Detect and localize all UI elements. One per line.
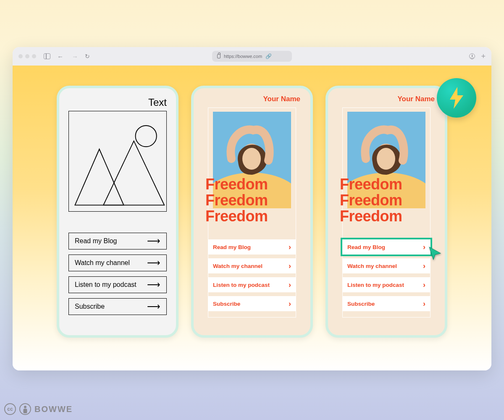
cc-icon: cc [4, 403, 16, 415]
chevron-right-icon: › [423, 262, 425, 270]
styled-btn-listen-podcast[interactable]: Listen to my podcast › [342, 277, 430, 292]
forward-icon[interactable]: → [70, 53, 80, 60]
chevron-right-icon: › [289, 281, 291, 289]
styled-btn-label: Watch my channel [213, 263, 262, 269]
lock-icon [217, 54, 220, 58]
attribution-icon [19, 403, 31, 415]
reload-icon[interactable]: ↻ [85, 53, 90, 60]
headline-word: Freedom [205, 176, 306, 192]
headline-word: Freedom [340, 208, 441, 224]
back-icon[interactable]: ← [55, 53, 65, 60]
headline-block: Freedom Freedom Freedom [205, 176, 306, 224]
browser-toolbar: ← → ↻ https://bowwe.com 🔗 + [13, 47, 491, 66]
styled-btn-label: Read my Blog [213, 244, 251, 250]
headline-block: Freedom Freedom Freedom [340, 176, 441, 224]
styled-btn-label: Watch my channel [347, 263, 397, 269]
wf-btn-watch-channel[interactable]: Watch my channel ⟶ [68, 255, 167, 271]
close-dot[interactable] [18, 54, 23, 58]
styled-btn-listen-podcast[interactable]: Listen to my podcast › [208, 277, 296, 292]
new-tab-icon[interactable]: + [481, 53, 486, 59]
styled-btn-watch-channel[interactable]: Watch my channel › [342, 258, 430, 273]
image-placeholder [68, 111, 167, 212]
wf-btn-subscribe[interactable]: Subscribe ⟶ [68, 298, 167, 315]
headline-word: Freedom [205, 192, 306, 208]
chevron-right-icon: › [423, 281, 425, 289]
styled-btn-subscribe[interactable]: Subscribe › [342, 296, 430, 311]
maximize-dot[interactable] [32, 54, 36, 58]
window-controls[interactable] [18, 54, 36, 58]
chevron-right-icon: › [423, 299, 425, 308]
sidebar-toggle-icon[interactable] [44, 53, 50, 59]
styled-card: Your Name Freedom Freedom [191, 86, 313, 338]
wf-btn-label: Read my Blog [75, 237, 117, 245]
styled-card-active: Your Name Freedom Freedom [326, 86, 447, 338]
cursor-icon [428, 246, 442, 260]
chevron-right-icon: › [289, 299, 291, 308]
footer-watermark: cc BOWWE [4, 403, 73, 415]
styled-buttons: Read my Blog › Watch my channel › Listen… [208, 239, 296, 311]
link-icon: 🔗 [265, 53, 272, 59]
styled-btn-watch-channel[interactable]: Watch my channel › [208, 258, 296, 273]
styled-btn-label: Read my Blog [347, 244, 385, 250]
wf-btn-listen-podcast[interactable]: Listen to my podcast ⟶ [68, 276, 167, 293]
chevron-right-icon: › [289, 243, 291, 252]
wf-btn-read-blog[interactable]: Read my Blog ⟶ [68, 233, 167, 249]
arrow-right-icon: ⟶ [147, 279, 160, 290]
svg-point-8 [377, 148, 395, 170]
styled-buttons: Read my Blog › Watch my channel › Listen… [342, 239, 430, 311]
wf-btn-label: Listen to my podcast [75, 281, 136, 289]
url-text: https://bowwe.com [224, 54, 262, 59]
styled-btn-label: Listen to my podcast [347, 282, 404, 288]
wireframe-card: Text Read my Blog ⟶ Watch my channel [57, 86, 178, 338]
chevron-right-icon: › [423, 243, 425, 252]
brand-text: BOWWE [34, 404, 73, 414]
wf-btn-label: Subscribe [75, 303, 105, 310]
styled-btn-subscribe[interactable]: Subscribe › [208, 296, 296, 311]
lightning-icon [448, 87, 465, 109]
profile-name-label: Your Name [398, 95, 435, 103]
page-canvas: Text Read my Blog ⟶ Watch my channel [13, 66, 491, 370]
card-row: Text Read my Blog ⟶ Watch my channel [13, 86, 491, 338]
lightning-badge [437, 78, 476, 118]
svg-point-0 [136, 126, 157, 147]
wireframe-heading: Text [68, 97, 167, 108]
address-bar[interactable]: https://bowwe.com 🔗 [212, 51, 292, 62]
browser-window: ← → ↻ https://bowwe.com 🔗 + Text [13, 47, 491, 370]
styled-btn-read-blog[interactable]: Read my Blog › [342, 239, 430, 255]
headline-word: Freedom [205, 208, 306, 224]
chevron-right-icon: › [289, 262, 291, 270]
download-icon[interactable] [469, 53, 475, 59]
arrow-right-icon: ⟶ [147, 236, 160, 247]
styled-btn-label: Subscribe [213, 301, 240, 307]
profile-name-label: Your Name [263, 95, 301, 103]
wireframe-buttons: Read my Blog ⟶ Watch my channel ⟶ Listen… [68, 233, 167, 315]
headline-word: Freedom [340, 192, 441, 208]
arrow-right-icon: ⟶ [147, 257, 160, 268]
svg-point-4 [242, 148, 261, 170]
styled-btn-label: Listen to my podcast [213, 282, 270, 288]
headline-word: Freedom [340, 176, 441, 192]
minimize-dot[interactable] [25, 54, 29, 58]
styled-btn-read-blog[interactable]: Read my Blog › [208, 239, 296, 255]
wf-btn-label: Watch my channel [75, 259, 130, 267]
arrow-right-icon: ⟶ [147, 301, 160, 312]
styled-btn-label: Subscribe [347, 301, 375, 307]
